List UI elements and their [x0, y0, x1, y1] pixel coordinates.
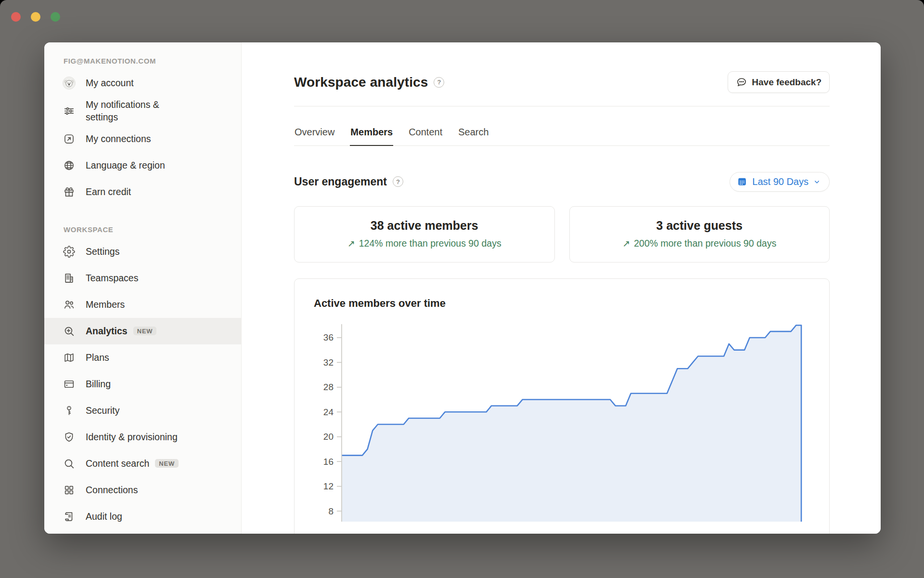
chevron-down-icon	[813, 178, 821, 185]
have-feedback-button[interactable]: Have feedback?	[728, 71, 830, 93]
building-icon	[63, 272, 76, 285]
arrow-up-right-box-icon	[63, 132, 76, 145]
svg-text:16: 16	[323, 456, 334, 466]
sidebar-item-settings[interactable]: Settings	[44, 238, 241, 265]
sidebar-item-label: Settings	[86, 245, 119, 258]
active-members-stat-card: 38 active members ↗ 124% more than previ…	[294, 206, 555, 263]
sidebar-item-label: Content search	[86, 457, 149, 470]
sidebar-item-analytics[interactable]: Analytics NEW	[44, 318, 241, 344]
svg-text:32: 32	[323, 357, 334, 367]
settings-sidebar: FIG@MAKENOTION.COM My account	[44, 42, 242, 534]
stat-delta: ↗ 124% more than previous 90 days	[304, 238, 545, 249]
sidebar-item-label: Audit log	[86, 510, 122, 523]
stat-delta-text: 124% more than previous 90 days	[359, 238, 501, 249]
sidebar-item-connections[interactable]: Connections	[44, 477, 241, 503]
new-badge: NEW	[133, 327, 157, 335]
gift-icon	[63, 185, 76, 198]
sidebar-item-plans[interactable]: Plans	[44, 344, 241, 371]
page-header: Workspace analytics ? Have feedback?	[294, 71, 830, 93]
new-badge: NEW	[155, 459, 179, 468]
trend-up-arrow-icon: ↗	[347, 239, 355, 248]
workspace-section-header: WORKSPACE	[44, 222, 241, 238]
sidebar-item-billing[interactable]: Billing	[44, 371, 241, 397]
sidebar-item-label: Teamspaces	[86, 272, 138, 284]
tab-search[interactable]: Search	[458, 127, 489, 146]
trend-up-arrow-icon: ↗	[622, 239, 630, 248]
sidebar-item-label: Security	[86, 404, 119, 417]
stats-row: 38 active members ↗ 124% more than previ…	[294, 206, 830, 263]
sidebar-item-my-account[interactable]: My account	[44, 70, 241, 96]
stat-value: 3 active guests	[579, 219, 820, 233]
date-range-label: Last 90 Days	[752, 176, 808, 187]
macos-window-backdrop: FIG@MAKENOTION.COM My account	[0, 0, 924, 578]
chart-title: Active members over time	[310, 297, 814, 310]
sidebar-item-label: My notifications &settings	[86, 98, 159, 124]
gear-icon	[63, 245, 76, 258]
svg-text:12: 12	[323, 481, 334, 491]
sidebar-item-label: Connections	[86, 484, 138, 496]
feedback-button-label: Have feedback?	[752, 77, 821, 88]
sidebar-item-language-region[interactable]: Language & region	[44, 152, 241, 179]
sidebar-item-content-search[interactable]: Content search NEW	[44, 450, 241, 477]
active-members-chart-card: Active members over time 363228242016128	[294, 278, 830, 534]
analytics-main-panel: Workspace analytics ? Have feedback? Ove…	[242, 42, 881, 534]
koala-avatar	[63, 77, 76, 90]
svg-text:28: 28	[323, 382, 334, 392]
key-icon	[63, 404, 76, 417]
close-window-button[interactable]	[11, 12, 21, 22]
grid-icon	[63, 484, 76, 497]
svg-text:36: 36	[323, 332, 334, 342]
magnifier-icon	[63, 457, 76, 470]
people-icon	[63, 298, 76, 311]
map-icon	[63, 351, 76, 364]
sidebar-item-my-connections[interactable]: My connections	[44, 126, 241, 152]
page-title: Workspace analytics	[294, 75, 428, 90]
settings-dialog: FIG@MAKENOTION.COM My account	[44, 42, 881, 534]
scroll-icon	[63, 510, 76, 523]
sidebar-item-label: Plans	[86, 351, 109, 364]
svg-text:24: 24	[323, 407, 334, 417]
sidebar-item-label: Analytics	[86, 325, 128, 337]
stat-delta-text: 200% more than previous 90 days	[634, 238, 776, 249]
sidebar-item-label: Earn credit	[86, 185, 131, 198]
chat-bubble-icon	[736, 77, 747, 88]
magnifier-plus-icon	[63, 325, 76, 338]
active-members-area-chart: 363228242016128	[310, 322, 814, 522]
tab-content[interactable]: Content	[408, 127, 443, 146]
traffic-lights	[11, 12, 60, 22]
date-range-dropdown[interactable]: Last 90 Days	[730, 172, 830, 192]
svg-text:8: 8	[328, 506, 334, 516]
help-icon[interactable]: ?	[434, 77, 444, 88]
zoom-window-button[interactable]	[51, 12, 60, 22]
credit-card-icon	[63, 378, 76, 391]
calendar-icon	[737, 176, 747, 187]
sidebar-item-security[interactable]: Security	[44, 397, 241, 424]
sidebar-item-label: Members	[86, 298, 125, 311]
sidebar-item-teamspaces[interactable]: Teamspaces	[44, 265, 241, 291]
tab-members[interactable]: Members	[350, 127, 393, 146]
tab-overview[interactable]: Overview	[294, 127, 335, 146]
help-icon[interactable]: ?	[393, 176, 403, 187]
sidebar-item-label: Billing	[86, 378, 111, 390]
sidebar-item-members[interactable]: Members	[44, 291, 241, 318]
sidebar-item-earn-credit[interactable]: Earn credit	[44, 179, 241, 205]
sidebar-item-label: Language & region	[86, 159, 165, 171]
sidebar-item-my-notifications-settings[interactable]: My notifications &settings	[44, 96, 241, 126]
account-email-header: FIG@MAKENOTION.COM	[44, 53, 241, 70]
minimize-window-button[interactable]	[31, 12, 40, 22]
user-engagement-header-row: User engagement ? Last 90 Days	[294, 172, 830, 192]
sidebar-item-label: My account	[86, 77, 134, 89]
sidebar-item-label: Identity & provisioning	[86, 431, 178, 443]
stat-value: 38 active members	[304, 219, 545, 233]
sidebar-item-identity-provisioning[interactable]: Identity & provisioning	[44, 424, 241, 450]
sliders-icon	[63, 105, 76, 118]
shield-check-icon	[63, 431, 76, 444]
header-divider	[294, 106, 830, 106]
sidebar-item-label: My connections	[86, 132, 151, 145]
user-engagement-heading: User engagement	[294, 175, 387, 188]
analytics-tabs: Overview Members Content Search	[294, 127, 830, 146]
sidebar-item-audit-log[interactable]: Audit log	[44, 503, 241, 530]
svg-text:20: 20	[323, 432, 334, 442]
active-guests-stat-card: 3 active guests ↗ 200% more than previou…	[569, 206, 830, 263]
globe-icon	[63, 159, 76, 172]
